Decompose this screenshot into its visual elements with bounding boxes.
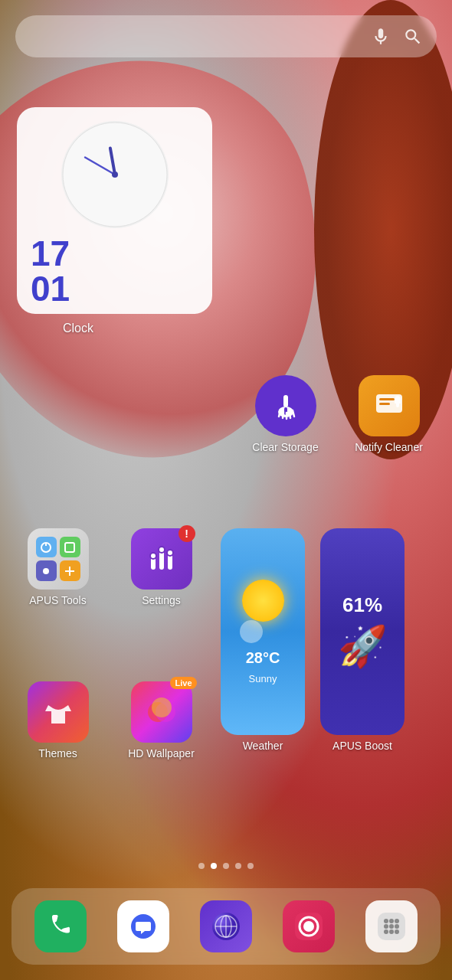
microphone-icon[interactable] [371, 27, 391, 47]
live-badge: Live [170, 677, 196, 689]
svg-point-47 [395, 924, 399, 929]
svg-point-42 [384, 919, 388, 923]
svg-rect-19 [65, 543, 74, 552]
svg-point-43 [389, 919, 394, 923]
page-dot-0[interactable] [198, 863, 205, 869]
clock-month: 01 [31, 271, 70, 306]
app-item-hd-wallpaper[interactable]: Live HD Wallpaper [117, 681, 205, 760]
clear-storage-label: Clear Storage [252, 441, 318, 453]
boost-percent: 61% [342, 593, 382, 617]
page-dot-4[interactable] [247, 863, 254, 869]
svg-rect-13 [379, 398, 395, 400]
svg-rect-14 [379, 403, 390, 405]
app-item-clear-storage[interactable]: Clear Storage [241, 375, 329, 453]
svg-rect-4 [283, 395, 288, 407]
svg-line-10 [290, 412, 290, 418]
svg-point-28 [167, 550, 173, 556]
svg-point-48 [384, 929, 388, 934]
clock-day: 17 [31, 236, 70, 271]
dock-app-drawer[interactable] [365, 900, 418, 952]
svg-point-26 [150, 553, 156, 559]
svg-rect-24 [159, 551, 164, 570]
settings-label: Settings [142, 594, 181, 606]
settings-badge: ! [179, 525, 195, 542]
app-item-notify-cleaner[interactable]: Notify Cleaner [345, 375, 433, 453]
settings-icon[interactable]: ! [131, 528, 192, 590]
apps-row1: Clear Storage Notify Cleaner [0, 375, 452, 453]
dock-camera[interactable] [283, 900, 335, 952]
svg-point-45 [384, 924, 388, 929]
svg-point-40 [303, 921, 314, 932]
boost-rocket-icon: 🚀 [338, 623, 388, 670]
search-bar[interactable] [15, 15, 437, 57]
weather-sun-icon [242, 580, 284, 622]
page-dot-2[interactable] [223, 863, 229, 869]
dock [11, 888, 441, 965]
apps-row3: Themes Live HD Wallpaper [0, 681, 452, 760]
app-item-themes[interactable]: Themes [14, 681, 102, 760]
svg-point-27 [159, 547, 165, 553]
page-dot-1[interactable] [211, 863, 217, 869]
svg-line-11 [293, 410, 294, 416]
page-dot-3[interactable] [235, 863, 241, 869]
weather-temp: 28°C [246, 649, 280, 667]
clock-label: Clock [63, 322, 93, 335]
clock-widget[interactable]: 17 01 [17, 107, 212, 314]
apus-tools-label: APUS Tools [29, 594, 86, 606]
themes-label: Themes [38, 747, 77, 760]
search-icon[interactable] [403, 27, 423, 47]
svg-line-8 [283, 412, 283, 418]
svg-point-16 [396, 404, 399, 407]
clock-face [61, 121, 169, 228]
dock-browser[interactable] [200, 900, 252, 952]
svg-point-50 [395, 929, 399, 934]
themes-icon[interactable] [28, 681, 89, 743]
clear-storage-icon[interactable] [255, 375, 316, 436]
dock-messages[interactable] [117, 900, 169, 952]
notify-cleaner-icon[interactable] [359, 375, 420, 436]
svg-point-49 [389, 929, 394, 934]
svg-point-31 [152, 697, 172, 717]
hd-wallpaper-label: HD Wallpaper [128, 747, 195, 760]
clock-date: 17 01 [31, 236, 70, 306]
svg-point-20 [43, 568, 49, 574]
notify-cleaner-label: Notify Cleaner [355, 441, 423, 453]
svg-point-46 [389, 924, 394, 929]
svg-point-3 [112, 172, 118, 178]
apus-tools-icon[interactable] [28, 528, 89, 590]
weather-cloud [240, 620, 263, 643]
page-indicators [0, 863, 452, 869]
hd-wallpaper-icon[interactable]: Live [131, 681, 192, 743]
svg-point-44 [395, 919, 399, 923]
dock-phone[interactable] [34, 900, 87, 952]
